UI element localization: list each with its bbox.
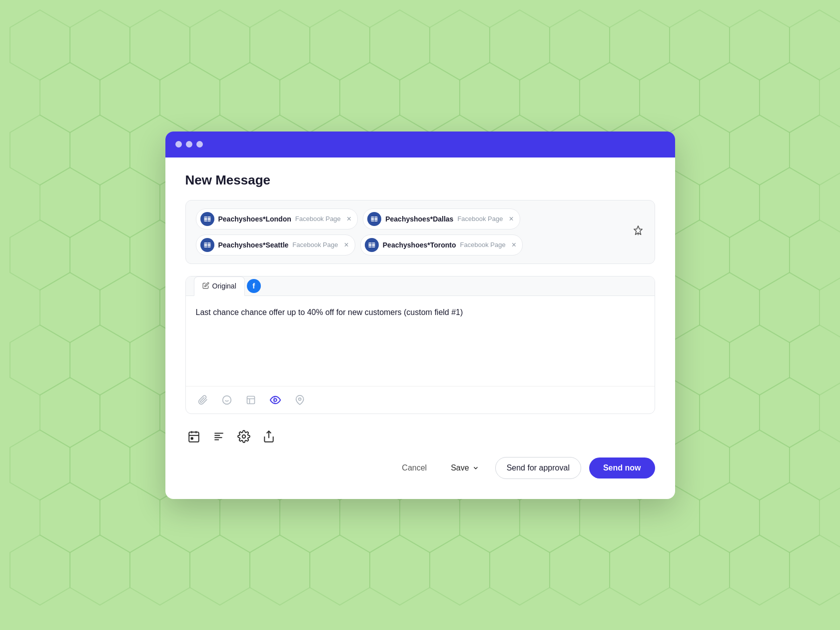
- recipient-type-dallas: Facebook Page: [457, 215, 503, 222]
- recipient-tag-dallas: Peachyshoes*Dallas Facebook Page ×: [363, 208, 520, 230]
- tab-facebook[interactable]: f: [247, 279, 261, 293]
- save-label: Save: [451, 464, 469, 472]
- svg-point-159: [274, 398, 277, 402]
- pencil-icon: [202, 282, 209, 290]
- recipient-name-toronto: Peachyshoes*Toronto: [383, 241, 456, 249]
- recipient-type-toronto: Facebook Page: [460, 241, 506, 248]
- recipient-type-london: Facebook Page: [295, 215, 341, 222]
- svg-point-155: [222, 396, 231, 404]
- svg-rect-161: [189, 432, 199, 442]
- save-button[interactable]: Save: [443, 458, 487, 478]
- tab-original-label: Original: [212, 282, 236, 290]
- send-for-approval-button[interactable]: Send for approval: [495, 457, 581, 479]
- editor-tabs: Original f: [186, 276, 655, 296]
- recipient-type-seattle: Facebook Page: [292, 241, 338, 248]
- dialog-title: New Message: [185, 172, 655, 188]
- settings-button[interactable]: [235, 428, 252, 445]
- svg-point-170: [242, 434, 245, 438]
- media-icon[interactable]: [244, 393, 258, 407]
- recipient-avatar-toronto: [365, 238, 379, 252]
- window-content: New Message Peachyshoes*London Facebook …: [165, 158, 675, 499]
- bottom-actions: [185, 428, 655, 445]
- traffic-light-1[interactable]: [175, 141, 182, 148]
- send-now-button[interactable]: Send now: [589, 458, 655, 478]
- modal-window: New Message Peachyshoes*London Facebook …: [165, 132, 675, 499]
- recipient-name-dallas: Peachyshoes*Dallas: [385, 215, 453, 223]
- recipient-remove-toronto[interactable]: ×: [511, 241, 517, 249]
- eye-icon[interactable]: [268, 392, 283, 408]
- recipient-tag-london: Peachyshoes*London Facebook Page ×: [196, 208, 358, 230]
- svg-point-160: [298, 398, 301, 400]
- recipient-tag-seattle: Peachyshoes*Seattle Facebook Page ×: [196, 234, 355, 256]
- attachment-icon[interactable]: [196, 393, 210, 407]
- tab-original[interactable]: Original: [194, 276, 245, 296]
- recipient-remove-london[interactable]: ×: [346, 215, 352, 223]
- recipient-avatar-dallas: [367, 212, 381, 226]
- message-text: Last chance chance offer up to 40% off f…: [196, 306, 645, 319]
- recipient-name-london: Peachyshoes*London: [218, 215, 291, 223]
- calendar-button[interactable]: [185, 428, 202, 445]
- cancel-button[interactable]: Cancel: [394, 458, 435, 478]
- recipient-name-seattle: Peachyshoes*Seattle: [218, 241, 289, 249]
- svg-rect-158: [247, 396, 254, 404]
- emoji-icon[interactable]: [220, 393, 234, 407]
- fb-icon: f: [252, 282, 255, 290]
- export-button[interactable]: [260, 428, 277, 445]
- location-icon[interactable]: [293, 393, 307, 407]
- recipient-tag-toronto: Peachyshoes*Toronto Facebook Page ×: [360, 234, 523, 256]
- dialog-footer: Cancel Save Send for approval Send now: [185, 457, 655, 479]
- recipient-remove-dallas[interactable]: ×: [508, 215, 514, 223]
- editor-toolbar: [186, 386, 655, 414]
- message-editor: Original f Last chance chance offer up t…: [185, 276, 655, 414]
- recipients-area: Peachyshoes*London Facebook Page × Peach…: [185, 200, 655, 264]
- window-titlebar: [165, 132, 675, 158]
- svg-rect-165: [191, 438, 192, 439]
- editor-body[interactable]: Last chance chance offer up to 40% off f…: [186, 296, 655, 386]
- pin-button[interactable]: [631, 223, 646, 241]
- traffic-light-2[interactable]: [186, 141, 192, 148]
- recipient-avatar-london: [200, 212, 214, 226]
- traffic-light-3[interactable]: [196, 141, 203, 148]
- variations-button[interactable]: [210, 428, 227, 445]
- recipient-avatar-seattle: [200, 238, 214, 252]
- recipient-remove-seattle[interactable]: ×: [343, 241, 349, 249]
